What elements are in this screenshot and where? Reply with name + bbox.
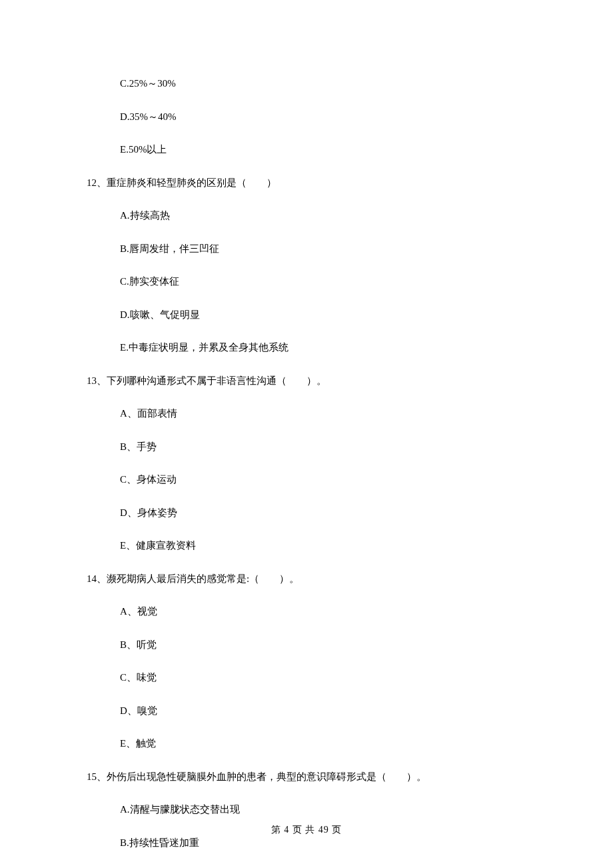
question-number: 13、 (87, 375, 107, 386)
option-text: D、身体姿势 (120, 506, 526, 520)
option-text: A、视觉 (120, 605, 526, 619)
question-number: 14、 (87, 573, 107, 584)
option-text: C、味觉 (120, 671, 526, 685)
question-stem: 15、外伤后出现急性硬脑膜外血肿的患者，典型的意识障碍形式是（ ）。 (87, 770, 526, 784)
option-text: B、听觉 (120, 638, 526, 652)
option-text: C.25%～30% (120, 77, 526, 91)
question-number: 15、 (87, 771, 107, 782)
option-text: A.清醒与朦胧状态交替出现 (120, 803, 526, 817)
option-text: B.唇周发绀，伴三凹征 (120, 242, 526, 256)
question-text: 外伤后出现急性硬脑膜外血肿的患者，典型的意识障碍形式是（ ）。 (107, 771, 426, 782)
option-text: D.35%～40% (120, 110, 526, 124)
page-footer: 第 4 页 共 49 页 (0, 824, 613, 836)
question-text: 下列哪种沟通形式不属于非语言性沟通（ ）。 (107, 375, 326, 386)
page-content: C.25%～30% D.35%～40% E.50%以上 12、重症肺炎和轻型肺炎… (0, 0, 613, 868)
option-text: E.中毒症状明显，并累及全身其他系统 (120, 341, 526, 355)
option-text: B.持续性昏迷加重 (120, 836, 526, 850)
question-text: 濒死期病人最后消失的感觉常是:（ ）。 (107, 573, 299, 584)
option-text: D、嗅觉 (120, 704, 526, 718)
question-stem: 14、濒死期病人最后消失的感觉常是:（ ）。 (87, 572, 526, 586)
option-text: C、身体运动 (120, 473, 526, 487)
option-text: E、触觉 (120, 737, 526, 751)
option-text: D.咳嗽、气促明显 (120, 308, 526, 322)
option-text: C.肺实变体征 (120, 275, 526, 289)
option-text: A、面部表情 (120, 407, 526, 421)
question-number: 12、 (87, 177, 107, 188)
question-text: 重症肺炎和轻型肺炎的区别是（ ） (107, 177, 277, 188)
option-text: A.持续高热 (120, 209, 526, 223)
question-stem: 13、下列哪种沟通形式不属于非语言性沟通（ ）。 (87, 374, 526, 388)
option-text: B、手势 (120, 440, 526, 454)
option-text: E.50%以上 (120, 143, 526, 157)
option-text: E、健康宣教资料 (120, 539, 526, 553)
question-stem: 12、重症肺炎和轻型肺炎的区别是（ ） (87, 176, 526, 190)
